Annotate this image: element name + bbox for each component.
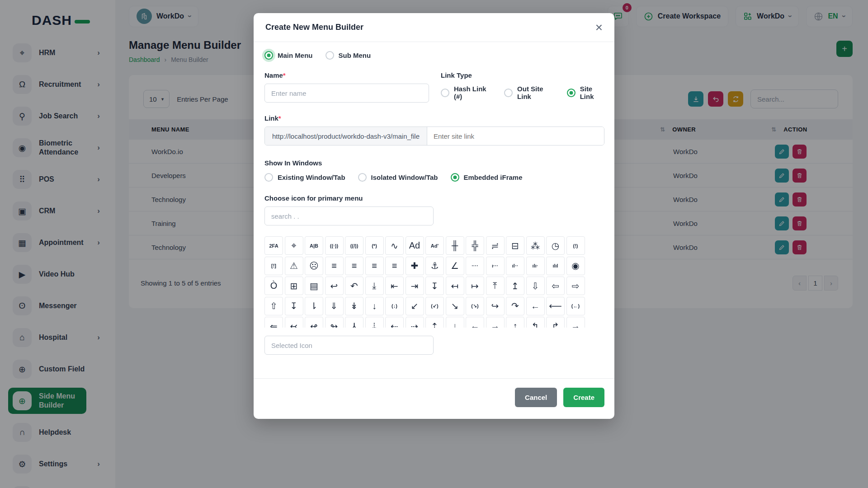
arrow-narrow-down-icon[interactable]: ↓ [446, 317, 464, 328]
affiliate-icon[interactable]: ⁂ [526, 236, 545, 255]
align-right-icon[interactable]: ≡ [385, 257, 404, 275]
arrow-loop-right-icon[interactable]: ↬ [325, 317, 344, 328]
a-b-icon[interactable]: A|B [305, 236, 323, 255]
ad-icon[interactable]: Ad [406, 236, 424, 255]
create-menu-builder-modal: Create New Menu Builder × Main MenuSub M… [254, 13, 614, 419]
2fa-icon[interactable]: 2FA [264, 236, 283, 255]
arrow-bar-right-icon[interactable]: ↦ [466, 277, 484, 295]
radio-site-link[interactable]: Site Link [567, 85, 604, 100]
antenna-bars-1-icon[interactable]: ···· [466, 257, 484, 275]
arrow-move-down-icon[interactable]: ⇣ [365, 317, 384, 328]
access-point-off-icon[interactable]: ((/)) [345, 236, 363, 255]
arrow-ramp-right-icon[interactable]: ↱ [546, 317, 565, 328]
antenna-bars-3-icon[interactable]: ıl·· [506, 257, 524, 275]
arrow-bar-to-up-icon[interactable]: ⤒ [486, 277, 505, 295]
angle-icon[interactable]: ∠ [446, 257, 464, 275]
antenna-bars-2-icon[interactable]: ı··· [486, 257, 505, 275]
arrow-big-down-icon[interactable]: ⇩ [526, 277, 545, 295]
arrow-narrow-up-icon[interactable]: ↑ [506, 317, 524, 328]
required-asterisk: * [278, 114, 281, 122]
radio-embedded-iframe[interactable]: Embedded iFrame [451, 173, 523, 182]
radio-isolated-window-tab[interactable]: Isolated Window/Tab [358, 173, 438, 182]
cancel-button[interactable]: Cancel [515, 388, 557, 407]
radio-unchecked-icon [441, 89, 449, 97]
adjustments-alt-icon[interactable]: ╬ [466, 236, 484, 255]
activity-heartbeat-icon[interactable]: ∿ [385, 236, 404, 255]
arrow-bar-to-right-icon[interactable]: ⇥ [406, 277, 424, 295]
radio-existing-window-tab[interactable]: Existing Window/Tab [264, 173, 345, 182]
arrow-left-circle-icon[interactable]: (←) [566, 297, 585, 315]
aperture-icon[interactable]: ◉ [566, 257, 585, 275]
arrow-left-bar-icon[interactable]: ⟵ [546, 297, 565, 315]
apple-icon[interactable]: Ò [264, 277, 283, 295]
arrow-left-icon[interactable]: ← [526, 297, 545, 315]
selected-icon-input[interactable] [264, 336, 434, 355]
close-icon[interactable]: × [595, 21, 603, 34]
aerial-lift-icon[interactable]: ⊟ [506, 236, 524, 255]
accessible-icon[interactable]: (*) [365, 236, 384, 255]
alert-triangle-icon[interactable]: ⚠ [285, 257, 303, 275]
antenna-bars-4-icon[interactable]: ılı· [526, 257, 545, 275]
arrow-move-up-icon[interactable]: ⇡ [425, 317, 444, 328]
alarm-icon[interactable]: ◷ [546, 236, 565, 255]
create-button[interactable]: Create [563, 388, 604, 407]
arrow-big-right-icon[interactable]: ⇨ [566, 277, 585, 295]
arrow-narrow-left-icon[interactable]: ← [466, 317, 484, 328]
arrow-right-icon[interactable]: → [566, 317, 585, 328]
align-center-icon[interactable]: ≡ [325, 257, 344, 275]
icon-search-input[interactable] [264, 206, 434, 225]
access-point-icon[interactable]: ((·)) [325, 236, 344, 255]
arrow-move-left-icon[interactable]: ⇠ [385, 317, 404, 328]
site-link-input[interactable] [427, 127, 604, 145]
arrow-back-icon[interactable]: ↩ [325, 277, 344, 295]
arrow-forward-up-icon[interactable]: ↷ [506, 297, 524, 315]
arrow-big-left-icon[interactable]: ⇦ [546, 277, 565, 295]
radio-hash-link[interactable]: Hash Link (#) [441, 85, 491, 100]
arrow-move-right-icon[interactable]: ⇢ [406, 317, 424, 328]
arrow-bottom-circle-icon[interactable]: ⇂ [305, 297, 323, 315]
align-left-icon[interactable]: ≡ [365, 257, 384, 275]
modal-footer: Cancel Create [254, 378, 614, 419]
360-view-icon[interactable]: ⌖ [285, 236, 303, 255]
arrow-bar-down-icon[interactable]: ↧ [425, 277, 444, 295]
arrow-back-up-icon[interactable]: ↶ [345, 277, 363, 295]
alert-circle-icon[interactable]: (!) [566, 236, 585, 255]
arrow-down-icon[interactable]: ↓ [365, 297, 384, 315]
arrow-bottom-square-icon[interactable]: ⇓ [325, 297, 344, 315]
ambulance-icon[interactable]: ✚ [406, 257, 424, 275]
arrow-narrow-right-icon[interactable]: → [486, 317, 505, 328]
radio-sub-menu[interactable]: Sub Menu [326, 51, 371, 60]
arrow-bar-to-down-icon[interactable]: ⤓ [365, 277, 384, 295]
arrow-bar-left-icon[interactable]: ↤ [446, 277, 464, 295]
anchor-icon[interactable]: ⚓ [425, 257, 444, 275]
arrow-merge-icon[interactable]: ⅄ [345, 317, 363, 328]
arrow-down-circle-icon[interactable]: (↓) [385, 297, 404, 315]
arrow-down-left-circle-icon[interactable]: (↙) [425, 297, 444, 315]
arrow-down-left-icon[interactable]: ↙ [406, 297, 424, 315]
radio-out-site-link[interactable]: Out Site Link [504, 85, 554, 100]
antenna-bars-5-icon[interactable]: ılıl [546, 257, 565, 275]
ad-2-icon[interactable]: Ad' [425, 236, 444, 255]
apps-icon[interactable]: ⊞ [285, 277, 303, 295]
radio-checked-icon [451, 173, 459, 182]
arrow-big-up-icon[interactable]: ⇧ [264, 297, 283, 315]
arrow-left-tail-icon[interactable]: ↢ [285, 317, 303, 328]
arrow-bar-up-icon[interactable]: ↥ [506, 277, 524, 295]
align-justified-icon[interactable]: ≡ [345, 257, 363, 275]
arrow-bar-to-left-icon[interactable]: ⇤ [385, 277, 404, 295]
arrow-down-right-icon[interactable]: ↘ [446, 297, 464, 315]
alien-icon[interactable]: ☹ [305, 257, 323, 275]
archive-icon[interactable]: ▤ [305, 277, 323, 295]
arrow-bottom-bar-icon[interactable]: ↧ [285, 297, 303, 315]
arrow-loop-left-icon[interactable]: ↫ [305, 317, 323, 328]
radio-main-menu[interactable]: Main Menu [264, 51, 313, 60]
arrow-forward-icon[interactable]: ↪ [486, 297, 505, 315]
alert-octagon-icon[interactable]: [!] [264, 257, 283, 275]
arrow-left-square-icon[interactable]: ⇐ [264, 317, 283, 328]
arrow-down-right-circle-icon[interactable]: (↘) [466, 297, 484, 315]
adjustments-horizontal-icon[interactable]: ≓ [486, 236, 505, 255]
arrow-ramp-left-icon[interactable]: ↰ [526, 317, 545, 328]
adjustments-icon[interactable]: ╫ [446, 236, 464, 255]
arrow-bottom-tail-icon[interactable]: ↡ [345, 297, 363, 315]
name-input[interactable] [264, 84, 429, 103]
